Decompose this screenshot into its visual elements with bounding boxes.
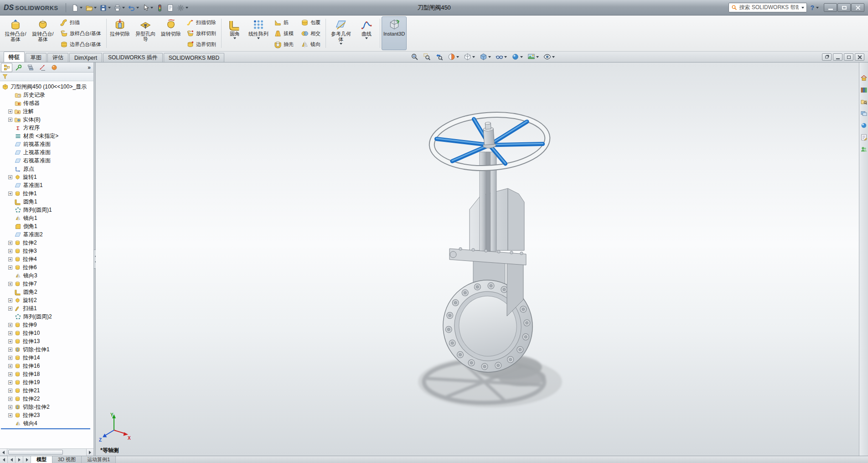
tree-item[interactable]: 镜向1: [0, 214, 93, 222]
expand-icon[interactable]: +: [8, 356, 12, 360]
reference-geometry-button[interactable]: 参考几何体: [327, 16, 355, 50]
options-dropdown-caret[interactable]: [186, 7, 188, 9]
tab-scroll-next-button[interactable]: [16, 456, 23, 463]
expand-icon[interactable]: +: [8, 389, 12, 393]
expand-icon[interactable]: +: [8, 241, 12, 245]
reference-geometry-dropdown-caret[interactable]: [340, 43, 342, 45]
tree-item[interactable]: 基准面2: [0, 230, 93, 239]
tree-item[interactable]: 传感器: [0, 99, 93, 107]
dimxpert-manager-tab[interactable]: [36, 63, 48, 72]
expand-icon[interactable]: +: [8, 339, 12, 343]
expand-icon[interactable]: +: [8, 249, 12, 253]
sweep-button[interactable]: 扫描: [57, 17, 104, 28]
doc-tab-motion-study-1[interactable]: 运动算例1: [82, 456, 116, 463]
solidworks-resources-button[interactable]: [860, 74, 868, 82]
tab-mbd[interactable]: SOLIDWORKS MBD: [164, 53, 224, 62]
view-orientation-button[interactable]: [462, 52, 477, 62]
print-dropdown-caret[interactable]: [122, 7, 125, 9]
tree-item[interactable]: 材质 <未指定>: [0, 132, 93, 140]
valve-body[interactable]: [436, 152, 540, 379]
extruded-boss-button[interactable]: 拉伸凸台/基体: [2, 16, 29, 50]
linear-pattern-dropdown-caret[interactable]: [257, 37, 260, 39]
display-style-dropdown-caret[interactable]: [488, 56, 491, 58]
configuration-manager-tab[interactable]: [25, 63, 36, 72]
apply-scene-dropdown-caret[interactable]: [536, 56, 539, 58]
scroll-right-button[interactable]: [86, 449, 93, 456]
tree-item[interactable]: +切除-拉伸2: [0, 403, 93, 411]
view-settings-dropdown-caret[interactable]: [552, 56, 555, 58]
mirror-button[interactable]: 镜向: [298, 39, 323, 50]
custom-properties-button[interactable]: [860, 134, 868, 141]
select-button[interactable]: [140, 2, 155, 13]
tree-item[interactable]: 圆角2: [0, 288, 93, 296]
tree-item[interactable]: +旋转1: [0, 173, 93, 181]
maximize-button[interactable]: [837, 3, 851, 12]
undo-button[interactable]: [126, 2, 140, 13]
loft-button[interactable]: 放样凸台/基体: [57, 28, 104, 39]
expand-icon[interactable]: +: [8, 282, 12, 286]
boundary-boss-button[interactable]: 边界凸台/基体: [57, 39, 104, 50]
hide-show-items-dropdown-caret[interactable]: [504, 56, 507, 58]
solidworks-forum-button[interactable]: [860, 146, 868, 153]
help-search-box[interactable]: 搜索 SOLIDWORKS 帮助: [728, 3, 807, 12]
open-dropdown-caret[interactable]: [94, 7, 97, 9]
wrap-button[interactable]: 包覆: [298, 17, 323, 28]
tree-item[interactable]: 原点: [0, 165, 93, 173]
expand-icon[interactable]: +: [8, 323, 12, 327]
draft-button[interactable]: 拔模: [271, 28, 296, 39]
graphics-viewport[interactable]: Y X Z *等轴测: [96, 62, 859, 456]
help-button[interactable]: ?: [810, 4, 819, 11]
save-button[interactable]: [98, 2, 112, 13]
window-restore-button[interactable]: [822, 53, 832, 61]
panel-overflow-chevron[interactable]: »: [88, 64, 93, 71]
window-minimize-button[interactable]: [833, 53, 842, 61]
display-manager-tab[interactable]: [48, 63, 60, 72]
rib-button[interactable]: 筋: [271, 17, 296, 28]
expand-icon[interactable]: +: [8, 265, 12, 270]
tree-item[interactable]: 倒角1: [0, 222, 93, 230]
close-button[interactable]: [851, 3, 864, 12]
expand-icon[interactable]: +: [8, 348, 12, 352]
tree-item[interactable]: 刀型闸阀450 (100<<100>_显示: [0, 83, 93, 91]
instant3d-button[interactable]: Instant3D: [382, 16, 407, 50]
boundary-cut-button[interactable]: 边界切割: [184, 39, 219, 50]
extruded-cut-button[interactable]: 拉伸切除: [108, 16, 132, 50]
tree-item[interactable]: +拉伸14: [0, 354, 93, 362]
tree-item[interactable]: 阵列(圆周)2: [0, 312, 93, 321]
tree-item[interactable]: +拉伸19: [0, 378, 93, 386]
hide-show-items-button[interactable]: [494, 52, 509, 62]
tree-item[interactable]: +A注解: [0, 107, 93, 115]
rebuild-button[interactable]: [155, 2, 165, 13]
tree-item[interactable]: +拉伸2: [0, 239, 93, 247]
tree-item[interactable]: +切除-拉伸1: [0, 345, 93, 354]
expand-icon[interactable]: +: [8, 364, 12, 368]
revolved-boss-button[interactable]: 旋转凸台/基体: [29, 16, 57, 50]
file-explorer-button[interactable]: [860, 98, 868, 105]
shell-button[interactable]: 抽壳: [271, 39, 296, 50]
zoom-to-area-button[interactable]: [421, 52, 433, 62]
tab-scroll-last-button[interactable]: [23, 456, 31, 463]
display-style-button[interactable]: [478, 52, 493, 62]
tree-item[interactable]: +拉伸10: [0, 329, 93, 337]
rollback-bar[interactable]: [1, 428, 90, 429]
tree-item[interactable]: +实体(8): [0, 115, 93, 124]
tree-item[interactable]: 前视基准面: [0, 140, 93, 148]
tree-item[interactable]: +拉伸21: [0, 386, 93, 395]
expand-icon[interactable]: +: [8, 331, 12, 335]
help-caret[interactable]: [816, 7, 819, 9]
expand-icon[interactable]: +: [8, 298, 12, 302]
section-view-button[interactable]: [446, 52, 461, 62]
tree-item[interactable]: +拉伸13: [0, 337, 93, 345]
expand-icon[interactable]: +: [8, 397, 12, 401]
tree-filter-bar[interactable]: [0, 73, 93, 81]
expand-icon[interactable]: +: [8, 118, 12, 122]
scroll-thumb[interactable]: [8, 450, 63, 455]
tab-evaluate[interactable]: 评估: [47, 53, 68, 62]
curves-dropdown-caret[interactable]: [365, 37, 368, 39]
swept-cut-button[interactable]: 扫描切除: [184, 17, 219, 28]
expand-icon[interactable]: +: [8, 175, 12, 179]
intersect-button[interactable]: 相交: [298, 28, 323, 39]
expand-icon[interactable]: +: [8, 257, 12, 261]
minimize-button[interactable]: [824, 3, 837, 12]
open-button[interactable]: [84, 2, 98, 13]
